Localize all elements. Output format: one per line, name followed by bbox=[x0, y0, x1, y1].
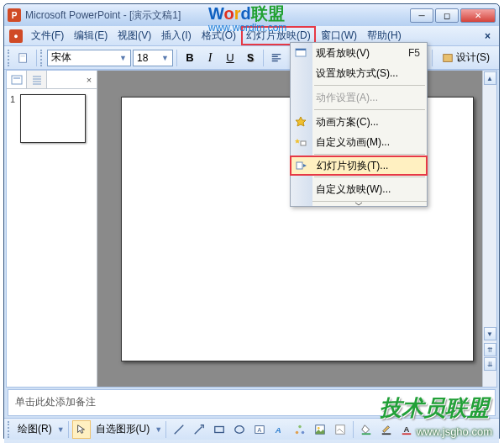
menu-custom-shows[interactable]: 自定义放映(W)... bbox=[291, 179, 427, 199]
outline-tab[interactable] bbox=[27, 71, 47, 88]
separator bbox=[176, 50, 177, 66]
align-left-icon[interactable] bbox=[267, 49, 286, 67]
dropdown-arrow-icon: ▼ bbox=[161, 54, 169, 62]
thumbnail-tabs: × bbox=[7, 71, 97, 89]
svg-rect-3 bbox=[12, 76, 22, 84]
close-document-button[interactable]: × bbox=[478, 29, 497, 44]
font-name-value: 宋体 bbox=[51, 50, 71, 65]
separator bbox=[165, 421, 166, 438]
menu-item-label: 自定义动画(M)... bbox=[316, 135, 390, 150]
separator bbox=[263, 50, 264, 66]
shadow-button[interactable]: S bbox=[241, 49, 260, 67]
thumbnails-panel: × 1 bbox=[7, 71, 97, 387]
svg-rect-23 bbox=[296, 49, 306, 50]
menu-file[interactable]: 文件(F) bbox=[26, 26, 69, 45]
menu-separator bbox=[314, 177, 425, 177]
menu-animation-schemes[interactable]: 动画方案(C)... bbox=[291, 112, 427, 132]
toolbar-handle[interactable] bbox=[8, 50, 11, 66]
arrow-icon[interactable] bbox=[190, 420, 208, 439]
oval-icon[interactable] bbox=[230, 420, 249, 439]
svg-text:A: A bbox=[258, 426, 262, 432]
vertical-scrollbar[interactable]: ▲ ▼ ⇈ ⇊ bbox=[482, 71, 496, 387]
slide-number: 1 bbox=[10, 94, 20, 143]
menu-item-label: 观看放映(V) bbox=[316, 46, 370, 61]
separator bbox=[68, 421, 69, 438]
close-panel-button[interactable]: × bbox=[81, 71, 97, 88]
dropdown-arrow-icon: ▼ bbox=[119, 54, 127, 62]
prev-slide-icon[interactable]: ⇈ bbox=[484, 343, 496, 356]
next-slide-icon[interactable]: ⇊ bbox=[484, 357, 496, 371]
animation-scheme-icon bbox=[294, 115, 307, 129]
svg-rect-24 bbox=[301, 141, 306, 145]
slides-tab[interactable] bbox=[7, 71, 27, 88]
autoshapes-menu[interactable]: 自选图形(U) bbox=[92, 422, 154, 436]
picture-icon[interactable] bbox=[331, 420, 349, 439]
scroll-up-icon[interactable]: ▲ bbox=[484, 71, 496, 85]
watermark-jsy: 技术员联盟 bbox=[380, 393, 489, 423]
svg-point-8 bbox=[235, 425, 244, 433]
svg-line-5 bbox=[175, 425, 184, 434]
custom-animation-icon bbox=[294, 135, 307, 149]
svg-rect-4 bbox=[13, 77, 20, 79]
italic-button[interactable]: I bbox=[201, 49, 219, 67]
menu-item-label: 设置放映方式(S)... bbox=[316, 66, 398, 81]
menu-setup-show[interactable]: 设置放映方式(S)... bbox=[291, 63, 427, 83]
toolbar-handle[interactable] bbox=[40, 50, 44, 66]
maximize-button[interactable]: ◻ bbox=[435, 8, 459, 23]
svg-text:A: A bbox=[275, 425, 281, 434]
menu-separator bbox=[314, 154, 425, 155]
scroll-down-icon[interactable]: ▼ bbox=[484, 327, 496, 340]
dropdown-arrow-icon: ▼ bbox=[155, 425, 162, 434]
wordart-icon[interactable]: A bbox=[270, 420, 289, 439]
menu-separator bbox=[314, 85, 425, 86]
draw-menu[interactable]: 绘图(R) bbox=[14, 422, 55, 436]
font-size-combo[interactable]: 18 ▼ bbox=[133, 50, 173, 66]
rectangle-icon[interactable] bbox=[210, 420, 228, 439]
dropdown-arrow-icon: ▼ bbox=[57, 425, 65, 434]
underline-button[interactable]: U bbox=[221, 49, 239, 67]
toolbar-handle[interactable] bbox=[8, 421, 11, 438]
watermark-url: www.wordlm.com bbox=[208, 22, 286, 34]
notes-placeholder: 单击此处添加备注 bbox=[15, 396, 96, 408]
menu-custom-animation[interactable]: 自定义动画(M)... bbox=[291, 132, 427, 152]
menu-view-show[interactable]: 观看放映(V) F5 bbox=[291, 43, 427, 63]
menu-slide-transition[interactable]: 幻灯片切换(T)... bbox=[290, 156, 428, 176]
menu-insert[interactable]: 插入(I) bbox=[156, 26, 196, 45]
menu-item-label: 自定义放映(W)... bbox=[316, 182, 391, 197]
close-button[interactable]: ✕ bbox=[460, 8, 496, 23]
menu-item-label: 幻灯片切换(T)... bbox=[317, 159, 388, 173]
svg-line-6 bbox=[195, 426, 202, 434]
menu-item-label: 动作设置(A)... bbox=[316, 91, 378, 105]
office-icon[interactable]: ● bbox=[9, 29, 23, 43]
clipart-icon[interactable] bbox=[311, 420, 329, 439]
svg-text:A: A bbox=[404, 424, 410, 433]
diagram-icon[interactable] bbox=[291, 420, 309, 439]
font-size-value: 18 bbox=[137, 52, 148, 64]
minimize-button[interactable]: ─ bbox=[410, 8, 433, 23]
svg-rect-18 bbox=[362, 433, 371, 435]
design-label: 设计(S) bbox=[456, 50, 490, 65]
font-name-combo[interactable]: 宋体 ▼ bbox=[47, 50, 131, 66]
svg-rect-7 bbox=[215, 426, 224, 432]
svg-rect-21 bbox=[402, 433, 412, 435]
menu-item-label: 动画方案(C)... bbox=[316, 115, 379, 129]
slide-thumbnail[interactable]: 1 bbox=[7, 89, 97, 148]
bold-button[interactable]: B bbox=[181, 49, 199, 67]
window-controls: ─ ◻ ✕ bbox=[410, 8, 496, 23]
separator bbox=[432, 50, 433, 66]
select-objects-icon[interactable] bbox=[72, 420, 91, 439]
svg-rect-0 bbox=[19, 53, 27, 62]
design-button[interactable]: 设计(S) bbox=[436, 49, 496, 67]
separator bbox=[36, 50, 37, 66]
powerpoint-icon: P bbox=[8, 8, 21, 22]
line-icon[interactable] bbox=[170, 420, 188, 439]
slide-transition-icon bbox=[295, 159, 308, 172]
menu-view[interactable]: 视图(V) bbox=[113, 26, 156, 45]
fill-color-icon[interactable] bbox=[357, 420, 375, 439]
slide-preview bbox=[20, 94, 86, 143]
menu-edit[interactable]: 编辑(E) bbox=[69, 26, 113, 45]
separator bbox=[353, 421, 354, 438]
textbox-icon[interactable]: A bbox=[250, 420, 269, 439]
new-slide-icon[interactable] bbox=[14, 49, 33, 67]
svg-rect-1 bbox=[21, 55, 25, 56]
